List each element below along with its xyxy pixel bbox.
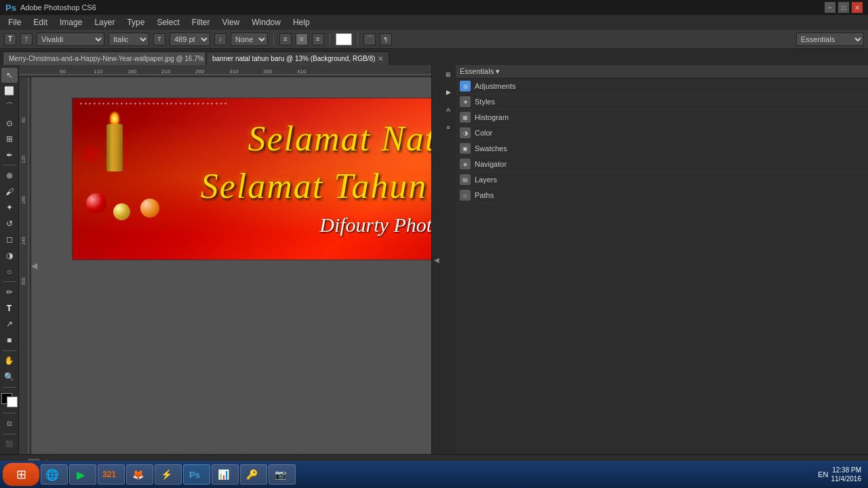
menu-type[interactable]: Type (121, 16, 150, 28)
font-family-select[interactable]: Vivaldi (37, 33, 104, 46)
close-button[interactable]: ✕ (852, 2, 863, 13)
title-bar-left: Ps Adobe Photoshop CS6 (5, 3, 96, 13)
canvas-row: 60 120 180 240 300 ✦ ✦ ✦ ✦ ✦ ✦ ✦ (19, 77, 431, 454)
font-size-icon: T (153, 33, 165, 45)
panel-swatches[interactable]: ▣ Swatches (456, 141, 868, 157)
gradient-tool[interactable]: ◑ (1, 248, 18, 263)
clock-time: 12:38 PM (831, 466, 862, 474)
title-bar: Ps Adobe Photoshop CS6 − □ ✕ (0, 0, 868, 15)
spot-heal-tool[interactable]: ⊗ (1, 168, 18, 183)
taskbar-powerpoint[interactable]: 📊 (212, 464, 239, 485)
color-swatches[interactable] (1, 393, 18, 408)
histogram-icon: ▦ (460, 112, 471, 123)
workspace-select[interactable]: Essentials (796, 33, 864, 46)
minimize-button[interactable]: − (825, 2, 835, 13)
menu-view[interactable]: View (216, 16, 245, 28)
font-resize-icon[interactable]: ↕ (214, 33, 226, 45)
screen-mode[interactable]: ⬛ (1, 437, 18, 452)
menu-filter[interactable]: Filter (186, 16, 216, 28)
tab-banner-close[interactable]: ✕ (378, 55, 383, 62)
taskbar-media[interactable]: ▶ (69, 464, 96, 485)
brush-tool[interactable]: 🖌 (1, 184, 18, 199)
banner-line3: Difourty Photoshop (73, 214, 431, 237)
lasso-tool[interactable]: ⌒ (1, 100, 18, 115)
quick-mask-mode[interactable]: ⊡ (1, 416, 18, 431)
panel-toggle-3[interactable]: A (441, 103, 455, 117)
panel-paths[interactable]: ◇ Paths (456, 188, 868, 203)
svg-text:160: 160 (127, 68, 137, 75)
maximize-button[interactable]: □ (838, 2, 849, 13)
move-tool[interactable]: ↖ (1, 68, 18, 83)
panel-toggle-2[interactable]: ▶ (441, 85, 455, 99)
text-tool-icon[interactable]: T (4, 33, 16, 45)
horizontal-ruler: 60 110 160 210 260 310 360 410 (19, 65, 431, 77)
clock: 12:38 PM 11/4/2016 (831, 466, 862, 483)
svg-text:240: 240 (21, 237, 26, 245)
tab-christmas[interactable]: Merry-Christmas-and-a-Happy-New-Year-wal… (3, 52, 206, 65)
menu-help[interactable]: Help (288, 16, 315, 28)
panel-styles[interactable]: ★ Styles (456, 94, 868, 110)
taskbar-321[interactable]: 321 (98, 464, 125, 485)
pen-tool[interactable]: ✏ (1, 285, 18, 300)
hand-tool[interactable]: ✋ (1, 354, 18, 369)
menu-select[interactable]: Select (151, 16, 184, 28)
text-tool[interactable]: T (1, 301, 18, 316)
dodge-tool[interactable]: ○ (1, 264, 18, 279)
tab-banner[interactable]: banner natal tahun baru @ 13% (Backgroun… (206, 52, 389, 65)
svg-text:180: 180 (21, 196, 26, 204)
paths-label: Paths (475, 191, 494, 199)
menu-edit[interactable]: Edit (28, 16, 53, 28)
tab-banner-label: banner natal tahun baru @ 13% (Backgroun… (212, 55, 375, 62)
align-right-icon[interactable]: ≡ (312, 33, 324, 45)
char-panel-icon[interactable]: ¶ (380, 33, 392, 45)
background-color[interactable] (7, 396, 18, 407)
path-select-tool[interactable]: ↗ (1, 317, 18, 331)
align-center-icon[interactable]: ≡ (296, 33, 308, 45)
taskbar-cam[interactable]: 📷 (269, 464, 296, 485)
321-icon: 321 (102, 468, 116, 481)
collapse-left-arrow[interactable]: ◀ (31, 261, 37, 270)
text-color-box[interactable] (336, 33, 352, 45)
panel-toggle-1[interactable]: ⊞ (441, 68, 455, 81)
align-left-icon[interactable]: ≡ (279, 33, 292, 45)
zoom-tool[interactable]: 🔍 (1, 369, 18, 384)
panel-adjustments[interactable]: ◎ Adjustments (456, 79, 868, 94)
workspace-header[interactable]: Essentials ▾ (456, 65, 868, 79)
quick-select-tool[interactable]: ⊙ (1, 116, 18, 131)
start-button[interactable]: ⊞ (3, 463, 39, 486)
text-orientation-icon[interactable]: ⊤ (20, 33, 33, 45)
font-style-select[interactable]: Italic (108, 33, 149, 46)
anti-alias-select[interactable]: None (231, 33, 268, 46)
eraser-tool[interactable]: ◻ (1, 232, 18, 247)
menu-file[interactable]: File (3, 16, 26, 28)
taskbar-key[interactable]: 🔑 (240, 464, 267, 485)
panel-color[interactable]: ◑ Color (456, 125, 868, 141)
shape-tool[interactable]: ■ (1, 333, 18, 348)
taskbar-winrar[interactable]: ⚡ (155, 464, 182, 485)
history-brush-tool[interactable]: ↺ (1, 216, 18, 231)
panel-navigator[interactable]: ◈ Navigator (456, 157, 868, 172)
menu-layer[interactable]: Layer (89, 16, 120, 28)
crop-tool[interactable]: ⊞ (1, 131, 18, 146)
panel-toggle-4[interactable]: ≡ (441, 121, 455, 134)
left-toolbar: ↖ ⬜ ⌒ ⊙ ⊞ ✒ ⊗ 🖌 ✦ ↺ ◻ ◑ ○ ✏ T ↗ ■ ✋ 🔍 ⊡ … (0, 65, 19, 454)
marquee-tool[interactable]: ⬜ (1, 84, 18, 99)
warp-text-icon[interactable]: ⌒ (363, 33, 376, 45)
svg-text:210: 210 (161, 68, 171, 75)
svg-text:310: 310 (229, 68, 239, 75)
media-icon: ▶ (74, 468, 87, 481)
font-size-select[interactable]: 489 pt (170, 33, 210, 46)
menu-window[interactable]: Window (246, 16, 286, 28)
clone-stamp-tool[interactable]: ✦ (1, 201, 18, 216)
panel-layers[interactable]: ▤ Layers (456, 172, 868, 188)
taskbar-ie[interactable]: 🌐 (41, 464, 68, 485)
right-panel-collapse[interactable]: ◀ (431, 65, 441, 454)
navigator-icon: ◈ (460, 159, 471, 169)
panel-histogram[interactable]: ▦ Histogram (456, 110, 868, 125)
banner-line1: Selamat Natal 2016 (73, 119, 431, 159)
taskbar-photoshop[interactable]: Ps (183, 464, 210, 485)
menu-image[interactable]: Image (54, 16, 87, 28)
eyedropper-tool[interactable]: ✒ (1, 148, 18, 163)
taskbar-firefox[interactable]: 🦊 (126, 464, 153, 485)
essentials-select-wrapper: Essentials (796, 33, 864, 46)
